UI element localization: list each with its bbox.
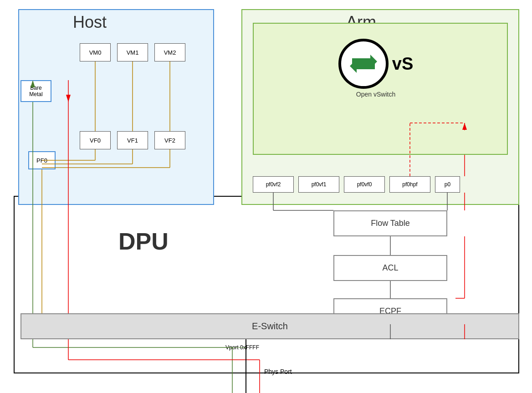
vf0-box: VF0	[80, 131, 111, 149]
pf0-box: PF0	[28, 151, 56, 169]
ovs-text: vS	[392, 54, 413, 74]
acl-box: ACL	[333, 255, 447, 281]
ovs-logo: vS Open vSwitch	[310, 32, 442, 105]
ovs-subtitle: Open vSwitch	[356, 91, 395, 98]
flow-table-box: Flow Table	[333, 210, 447, 236]
vm0-box: VM0	[80, 43, 111, 61]
dpu-label: DPU	[118, 228, 169, 255]
ovs-circle	[338, 39, 389, 89]
vf2-box: VF2	[154, 131, 185, 149]
pf0vf0-box: pf0vf0	[344, 176, 385, 193]
pf0hpf-box: pf0hpf	[389, 176, 430, 193]
vf1-box: VF1	[117, 131, 148, 149]
eswitch-box: E-Switch	[20, 313, 519, 339]
host-label: Host	[73, 13, 107, 32]
vport-label: Vport 0xFFFF	[225, 344, 259, 351]
pf0vf1-box: pf0vf1	[298, 176, 339, 193]
vm2-box: VM2	[154, 43, 185, 61]
host-box	[18, 9, 214, 205]
diagram: DPU Host Arm vS Open vSwitch BareMetal V…	[0, 0, 532, 393]
bare-metal-box: BareMetal	[20, 80, 51, 102]
pf0vf2-box: pf0vf2	[253, 176, 294, 193]
p0-box: p0	[435, 176, 460, 193]
phys-port-label: Phys Port	[264, 368, 292, 375]
vm1-box: VM1	[117, 43, 148, 61]
